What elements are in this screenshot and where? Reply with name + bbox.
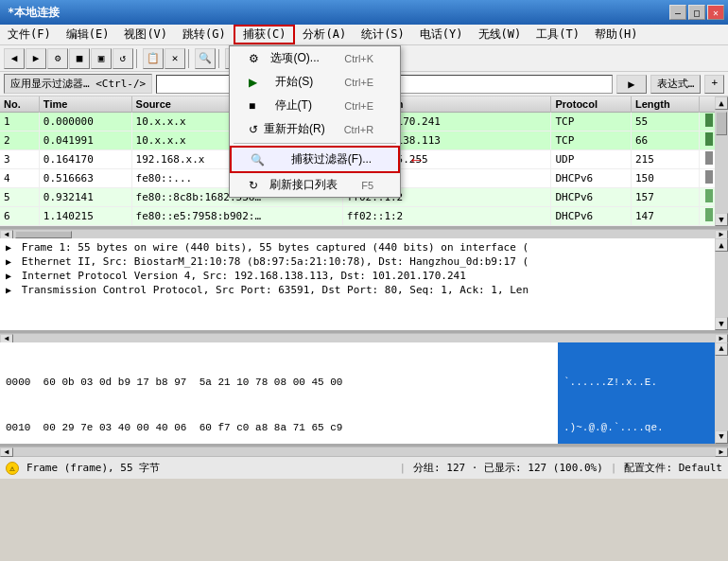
toolbar-btn-3[interactable]: ⚙ [47, 48, 68, 69]
toolbar-btn-2[interactable]: ▶ [26, 48, 46, 69]
filter-right: ▶ 表达式… + [616, 75, 724, 94]
detail-text-ip: Internet Protocol Version 4, Src: 192.16… [22, 270, 466, 282]
cell-time: 0.164170 [39, 150, 131, 169]
col-proto[interactable]: Protocol [551, 96, 632, 113]
close-button[interactable]: ✕ [707, 5, 724, 20]
menu-phone[interactable]: 电话(Y) [412, 25, 471, 44]
col-len[interactable]: Length [631, 96, 699, 113]
capture-menu-start[interactable]: ▶ 开始(S) Ctrl+E [230, 70, 400, 94]
filter-arrow[interactable]: ▶ [616, 75, 647, 94]
start-icon: ▶ [249, 76, 257, 89]
table-row[interactable]: 6 1.140215 fe80::e5:7958:b902:… ff02::1:… [0, 207, 728, 226]
detail-row-tcp[interactable]: ▶ Transmission Control Protocol, Src Por… [0, 283, 728, 297]
minimize-button[interactable]: — [669, 5, 686, 20]
menu-capture[interactable]: 捕获(C) [234, 25, 296, 44]
toolbar-sep-2 [188, 49, 192, 68]
cell-proto: DHCPv6 [551, 169, 632, 188]
packet-list-scrollbar[interactable]: ▲ ▼ [715, 96, 728, 226]
hex-scroll-up[interactable]: ▲ [715, 342, 728, 356]
cell-src: 192.168.138.112 [131, 226, 342, 230]
status-sep-2: | [611, 462, 617, 474]
add-filter-button[interactable]: + [704, 75, 724, 94]
detail-hscroll[interactable]: ◀ ▶ [0, 333, 728, 342]
restart-label: 重新开始(R) [264, 121, 325, 137]
cell-proto: UDP [551, 150, 632, 169]
detail-row-ethernet[interactable]: ▶ Ethernet II, Src: BiostarM_21:10:78 (b… [0, 254, 728, 269]
hex-scroll-down[interactable]: ▼ [715, 430, 728, 444]
menu-wireless[interactable]: 无线(W) [471, 25, 529, 44]
stop-icon: ■ [249, 99, 255, 113]
hex-hscroll-left[interactable]: ◀ [0, 447, 13, 457]
detail-row-frame[interactable]: ▶ Frame 1: 55 bytes on wire (440 bits), … [0, 240, 728, 254]
status-packet-count: 分组: 127 · 已显示: 127 (100.0%) [413, 461, 603, 475]
options-shortcut: Ctrl+K [344, 53, 373, 64]
menu-bar: 文件(F) 编辑(E) 视图(V) 跳转(G) 捕获(C) 分析(A) 统计(S… [0, 25, 728, 45]
menu-tools[interactable]: 工具(T) [529, 25, 587, 44]
detail-hscroll-left[interactable]: ◀ [0, 334, 13, 343]
menu-stats[interactable]: 统计(S) [354, 25, 412, 44]
expand-icon: ▶ [6, 256, 11, 267]
hscroll-thumb[interactable] [15, 231, 72, 238]
hscroll-left[interactable]: ◀ [0, 230, 13, 239]
refresh-icon: ↻ [249, 179, 258, 192]
hex-right: `......Z!.x..E. .)~.@.@.`....qe. ...g.P.… [558, 342, 728, 444]
scroll-thumb[interactable] [716, 112, 727, 135]
detail-scroll-up[interactable]: ▲ [715, 238, 728, 252]
hex-view: 0000 60 0b 03 0d b9 17 b8 97 5a 21 10 78… [0, 342, 728, 447]
cell-no: 3 [0, 150, 39, 169]
maximize-button[interactable]: □ [688, 5, 705, 20]
toolbar-btn-1[interactable]: ◀ [4, 48, 25, 69]
toolbar-sep-1 [136, 49, 140, 68]
detail-text-frame: Frame 1: 55 bytes on wire (440 bits), 55… [22, 241, 529, 254]
hscroll-right[interactable]: ▶ [715, 230, 728, 239]
cell-time: 0.041991 [39, 131, 131, 150]
restart-icon: ↺ [249, 123, 258, 136]
hex-scrollbar[interactable]: ▲ ▼ [715, 342, 728, 444]
toolbar-btn-7[interactable]: 📋 [143, 48, 164, 69]
menu-file[interactable]: 文件(F) [0, 25, 59, 44]
toolbar-btn-8[interactable]: ✕ [165, 48, 185, 69]
expand-icon: ▶ [6, 242, 11, 253]
detail-text-ethernet: Ethernet II, Src: BiostarM_21:10:78 (b8:… [22, 255, 529, 268]
table-row[interactable]: 7 1.286104 192.168.138.112 192.60.56.176… [0, 226, 728, 230]
expression-button[interactable]: 表达式… [650, 75, 702, 94]
toolbar-btn-5[interactable]: ▣ [91, 48, 112, 69]
filter-label[interactable]: 应用显示过滤器… <Ctrl-/> [4, 74, 152, 94]
options-label: 选项(O)... [270, 50, 319, 66]
scroll-track [715, 110, 728, 213]
packet-list-hscroll[interactable]: ◀ ▶ [0, 229, 728, 238]
status-config: 配置文件: Default [624, 461, 722, 475]
toolbar-sep-3 [218, 49, 222, 68]
capture-menu-filters[interactable]: 🔍 捕获过滤器(F)... ← [230, 146, 400, 173]
cell-no: 5 [0, 188, 39, 207]
detail-scroll-down[interactable]: ▼ [715, 317, 728, 330]
menu-jump[interactable]: 跳转(G) [175, 25, 234, 44]
scroll-down[interactable]: ▼ [715, 213, 728, 226]
scroll-up[interactable]: ▲ [715, 96, 728, 110]
title-bar: *本地连接 — □ ✕ [0, 0, 728, 25]
detail-scrollbar[interactable]: ▲ ▼ [715, 238, 728, 330]
start-shortcut: Ctrl+E [344, 77, 373, 88]
cell-time: 1.286104 [39, 226, 131, 230]
options-icon: ⚙ [249, 52, 259, 65]
toolbar-btn-6[interactable]: ↺ [113, 48, 133, 69]
col-time[interactable]: Time [39, 96, 131, 113]
menu-view[interactable]: 视图(V) [116, 25, 175, 44]
hex-hscroll-right[interactable]: ▶ [715, 447, 728, 457]
menu-help[interactable]: 帮助(H) [587, 25, 646, 44]
menu-edit[interactable]: 编辑(E) [59, 25, 117, 44]
capture-menu-restart[interactable]: ↺ 重新开始(R) Ctrl+R [230, 117, 400, 141]
col-no[interactable]: No. [0, 96, 39, 113]
capture-menu-options[interactable]: ⚙ 选项(O)... Ctrl+K [230, 46, 400, 70]
capture-menu-refresh[interactable]: ↻ 刷新接口列表 F5 [230, 173, 400, 197]
menu-analyze[interactable]: 分析(A) [295, 25, 354, 44]
hex-hscroll[interactable]: ◀ ▶ [0, 447, 728, 456]
stop-label: 停止(T) [275, 97, 312, 114]
capture-menu-stop[interactable]: ■ 停止(T) Ctrl+E [230, 94, 400, 117]
toolbar-btn-4[interactable]: ■ [69, 48, 90, 69]
toolbar-btn-9[interactable]: 🔍 [195, 48, 216, 69]
capture-menu-sep [234, 143, 396, 144]
detail-row-ip[interactable]: ▶ Internet Protocol Version 4, Src: 192.… [0, 269, 728, 283]
detail-hscroll-right[interactable]: ▶ [715, 334, 728, 343]
cell-len: 215 [631, 150, 699, 169]
